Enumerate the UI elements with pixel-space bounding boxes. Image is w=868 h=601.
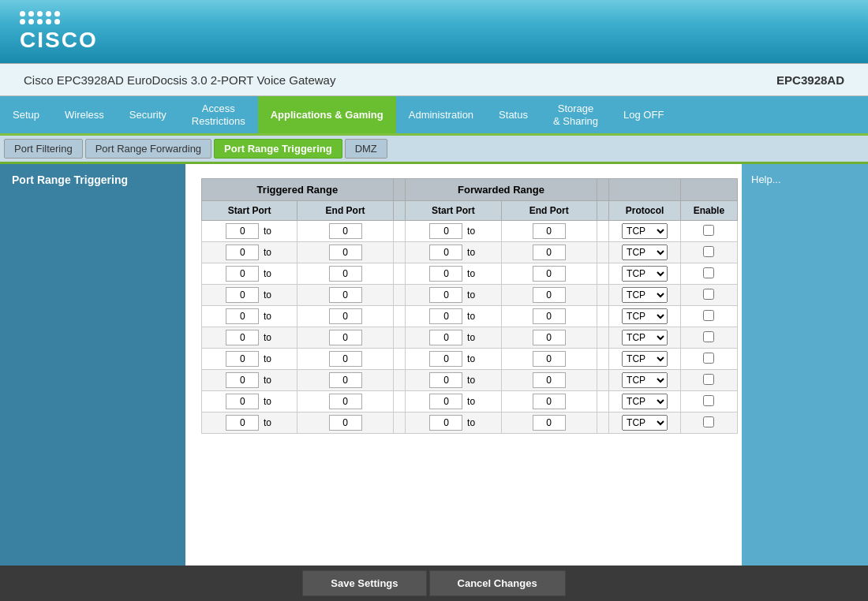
col-tstart: Start Port xyxy=(202,201,297,221)
nav-item-administration[interactable]: Administration xyxy=(396,96,486,133)
fstart-input-4[interactable] xyxy=(429,308,462,324)
fend-input-2[interactable] xyxy=(533,266,566,282)
fstart-input-1[interactable] xyxy=(429,245,462,260)
enable-checkbox-4[interactable] xyxy=(703,310,714,321)
nav-item-logoff[interactable]: Log OFF xyxy=(611,96,676,133)
tend-input-6[interactable] xyxy=(329,351,362,367)
table-row: to to TCP UDP Both xyxy=(202,349,738,370)
protocol-select-7[interactable]: TCP UDP Both xyxy=(622,372,668,388)
cisco-wordmark: CISCO xyxy=(20,28,98,53)
nav-item-security[interactable]: Security xyxy=(117,96,179,133)
tstart-input-1[interactable] xyxy=(226,245,259,260)
enable-checkbox-5[interactable] xyxy=(703,331,714,342)
fstart-input-6[interactable] xyxy=(429,351,462,367)
tstart-input-6[interactable] xyxy=(226,351,259,367)
cisco-dots-bottom xyxy=(20,19,60,24)
fend-input-5[interactable] xyxy=(533,330,566,345)
help-panel: Help... xyxy=(742,164,868,566)
fend-input-7[interactable] xyxy=(533,372,566,388)
title-bar: Cisco EPC3928AD EuroDocsis 3.0 2-PORT Vo… xyxy=(0,63,868,96)
table-row: to to TCP UDP Both xyxy=(202,370,738,391)
enable-checkbox-8[interactable] xyxy=(703,395,714,406)
tend-input-1[interactable] xyxy=(329,245,362,260)
fstart-input-3[interactable] xyxy=(429,287,462,303)
cisco-dots-top xyxy=(20,11,60,17)
tend-input-0[interactable] xyxy=(329,223,362,239)
enable-checkbox-6[interactable] xyxy=(703,353,714,364)
tend-input-8[interactable] xyxy=(329,394,362,409)
protocol-select-5[interactable]: TCP UDP Both xyxy=(622,330,668,345)
nav-item-applications-gaming[interactable]: Applications & Gaming xyxy=(258,96,396,133)
save-settings-button[interactable]: Save Settings xyxy=(302,570,426,596)
subnav-item-dmz[interactable]: DMZ xyxy=(345,139,387,159)
protocol-select-0[interactable]: TCP UDP Both xyxy=(622,223,668,239)
to-label-4-2: to xyxy=(467,311,475,322)
fend-input-6[interactable] xyxy=(533,351,566,367)
subnav-item-port-range-triggering[interactable]: Port Range Triggering xyxy=(214,139,342,159)
to-label-8-2: to xyxy=(467,396,475,407)
enable-checkbox-2[interactable] xyxy=(703,267,714,278)
tend-input-7[interactable] xyxy=(329,372,362,388)
fstart-input-2[interactable] xyxy=(429,266,462,282)
fend-input-9[interactable] xyxy=(533,415,566,431)
nav-item-setup[interactable]: Setup xyxy=(0,96,52,133)
nav-item-storage-sharing[interactable]: Storage& Sharing xyxy=(541,96,611,133)
tend-input-4[interactable] xyxy=(329,308,362,324)
tend-input-3[interactable] xyxy=(329,287,362,303)
fstart-input-5[interactable] xyxy=(429,330,462,345)
enable-checkbox-1[interactable] xyxy=(703,246,714,257)
cancel-changes-button[interactable]: Cancel Changes xyxy=(429,570,566,596)
subnav-item-port-filtering[interactable]: Port Filtering xyxy=(4,139,83,159)
enable-checkbox-3[interactable] xyxy=(703,289,714,300)
fstart-input-8[interactable] xyxy=(429,394,462,409)
tstart-input-5[interactable] xyxy=(226,330,259,345)
tstart-input-2[interactable] xyxy=(226,266,259,282)
enable-checkbox-0[interactable] xyxy=(703,225,714,236)
table-row: to to TCP UDP Both xyxy=(202,263,738,285)
protocol-select-4[interactable]: TCP UDP Both xyxy=(622,308,668,324)
fstart-input-9[interactable] xyxy=(429,415,462,431)
fend-input-1[interactable] xyxy=(533,245,566,260)
tstart-input-7[interactable] xyxy=(226,372,259,388)
fstart-input-7[interactable] xyxy=(429,372,462,388)
sidebar: Port Range Triggering xyxy=(0,164,185,566)
protocol-select-2[interactable]: TCP UDP Both xyxy=(622,266,668,282)
enable-checkbox-7[interactable] xyxy=(703,374,714,385)
tstart-input-4[interactable] xyxy=(226,308,259,324)
nav-item-wireless[interactable]: Wireless xyxy=(52,96,117,133)
table-row: to to TCP UDP Both xyxy=(202,242,738,263)
fend-input-3[interactable] xyxy=(533,287,566,303)
table-row: to to TCP UDP Both xyxy=(202,327,738,349)
enable-checkbox-9[interactable] xyxy=(703,416,714,427)
sidebar-title: Port Range Triggering xyxy=(12,174,128,186)
fend-input-0[interactable] xyxy=(533,223,566,239)
tstart-input-8[interactable] xyxy=(226,394,259,409)
to-label-3-1: to xyxy=(264,289,271,300)
table-row: to to TCP UDP Both xyxy=(202,306,738,327)
tstart-input-0[interactable] xyxy=(226,223,259,239)
nav-item-status[interactable]: Status xyxy=(486,96,541,133)
to-label-2-2: to xyxy=(467,268,475,279)
fstart-input-0[interactable] xyxy=(429,223,462,239)
subnav-item-port-range-forwarding[interactable]: Port Range Forwarding xyxy=(85,139,211,159)
col-protocol: Protocol xyxy=(609,201,681,221)
fend-input-4[interactable] xyxy=(533,308,566,324)
main-nav: Setup Wireless Security AccessRestrictio… xyxy=(0,96,868,136)
to-label-0-2: to xyxy=(467,226,475,237)
protocol-select-8[interactable]: TCP UDP Both xyxy=(622,394,668,409)
tend-input-5[interactable] xyxy=(329,330,362,345)
fend-input-8[interactable] xyxy=(533,394,566,409)
tstart-input-9[interactable] xyxy=(226,415,259,431)
protocol-select-1[interactable]: TCP UDP Both xyxy=(622,245,668,260)
tend-input-2[interactable] xyxy=(329,266,362,282)
nav-item-access-restrictions[interactable]: AccessRestrictions xyxy=(179,96,258,133)
protocol-select-6[interactable]: TCP UDP Both xyxy=(622,351,668,367)
protocol-select-9[interactable]: TCP UDP Both xyxy=(622,415,668,431)
forwarded-range-header: Forwarded Range xyxy=(406,179,597,201)
tend-input-9[interactable] xyxy=(329,415,362,431)
tstart-input-3[interactable] xyxy=(226,287,259,303)
protocol-select-3[interactable]: TCP UDP Both xyxy=(622,287,668,303)
to-label-6-2: to xyxy=(467,353,475,364)
table-row: to to TCP UDP Both xyxy=(202,285,738,306)
footer: Save Settings Cancel Changes xyxy=(0,566,868,601)
